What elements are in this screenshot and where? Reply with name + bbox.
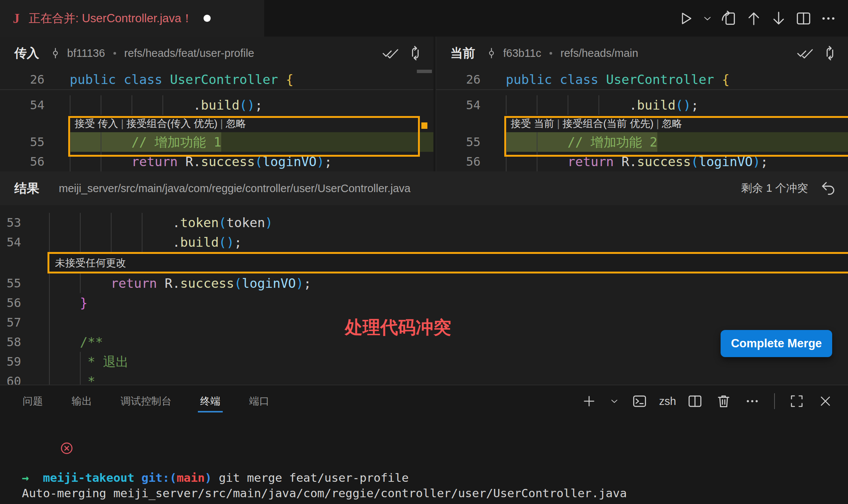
token-method: success [180, 276, 234, 291]
code-line[interactable]: 55// 增加功能 1 [0, 132, 433, 152]
conflict-action-link[interactable]: 接受组合(传入 优先) [127, 118, 217, 129]
terminal-profile-chevron-down-icon[interactable] [608, 391, 621, 411]
conflict-action-link[interactable]: 接受组合(当前 优先) [563, 118, 654, 129]
compare-changes-icon[interactable] [822, 45, 838, 61]
panel-more-ellipsis-icon[interactable] [742, 391, 762, 411]
terminal-prompt-line: → meiji-takeout git:(main) git merge fea… [22, 470, 848, 486]
go-to-file-icon[interactable] [719, 9, 739, 28]
conflict-action-link[interactable]: 接受 传入 [75, 118, 118, 129]
overview-ruler-conflict-marker[interactable] [421, 122, 427, 129]
panel-toolbar: zsh [579, 391, 835, 411]
conflict-action-link[interactable]: 接受 当前 [511, 118, 554, 129]
scrollbar-thumb[interactable] [417, 70, 432, 73]
panel-tabs: 问题输出调试控制台终端端口 [23, 385, 269, 417]
prompt-segment: ) [205, 471, 212, 484]
accept-all-check-all-icon[interactable] [797, 45, 813, 61]
incoming-code-editor[interactable]: 26public class UserController {54.build(… [0, 70, 433, 171]
merge-editor-top: 传入 bf11136 refs/heads/feat/user-profile … [0, 37, 848, 171]
code-line[interactable]: 53.token(token) [0, 213, 848, 232]
toolbar-divider [774, 393, 775, 409]
token-comment: // 增加功能 1 [132, 134, 221, 150]
split-editor-icon[interactable] [794, 9, 813, 28]
accept-all-check-all-icon[interactable] [382, 45, 399, 61]
code-text: * 退出 [49, 352, 129, 371]
code-text: .token(token) [49, 213, 273, 232]
code-line[interactable]: 54.build(); [0, 232, 848, 252]
panel-tab-问题[interactable]: 问题 [23, 385, 43, 417]
previous-change-arrow-up-icon[interactable] [744, 9, 764, 28]
code-line[interactable]: 26public class UserController { [0, 70, 433, 89]
compare-changes-icon[interactable] [407, 45, 424, 61]
token-keyword2: return [132, 154, 185, 169]
maximize-panel-icon[interactable] [787, 391, 807, 411]
token-paren: ) [317, 154, 324, 169]
token-paren: ( [691, 154, 698, 169]
separator-dot [113, 52, 116, 55]
code-line[interactable]: 55return R.success(loginVO); [0, 273, 848, 293]
prompt-segment: git:( [141, 471, 176, 484]
token-plain: ; [304, 276, 311, 291]
conflict-action-bar: 接受 传入 | 接受组合(传入 优先) | 忽略 [0, 115, 433, 132]
token-plain: ; [325, 154, 332, 169]
panel-tab-调试控制台[interactable]: 调试控制台 [121, 385, 171, 417]
code-line[interactable]: 54.build(); [0, 95, 433, 115]
command-failed-error-circle-icon[interactable] [4, 426, 73, 474]
no-changes-accepted-box[interactable]: 未接受任何更改 [47, 252, 848, 273]
token-plain: R [185, 154, 193, 169]
tab-merging-file[interactable]: J 正在合并: UserController.java！ [0, 0, 264, 37]
token-paren: () [239, 98, 255, 113]
unsaved-changes-dot[interactable] [204, 15, 211, 22]
terminal-shell-icon[interactable] [630, 391, 649, 411]
token-plain: . [173, 215, 180, 230]
indent-guides [49, 313, 57, 332]
shell-name-label[interactable]: zsh [659, 395, 676, 408]
next-change-arrow-down-icon[interactable] [769, 9, 788, 28]
conflict-action-link[interactable]: 忽略 [662, 118, 682, 129]
current-code-editor[interactable]: 26public class UserController {54.build(… [436, 70, 848, 171]
code-text: .build(); [70, 95, 263, 115]
line-number: 58 [0, 332, 49, 352]
code-line[interactable]: 54.build(); [436, 95, 848, 115]
run-dropdown-chevron-icon[interactable] [701, 9, 714, 28]
token-plain: ; [691, 98, 698, 113]
indent-guides [506, 95, 629, 115]
complete-merge-button[interactable]: Complete Merge [721, 330, 832, 357]
indent-guides [49, 273, 111, 293]
close-panel-icon[interactable] [816, 391, 835, 411]
code-line[interactable]: 56} [0, 293, 848, 313]
terminal-output-area[interactable]: → meiji-takeout git:(main) git merge fea… [0, 418, 848, 504]
java-file-icon: J [13, 11, 20, 26]
undo-icon[interactable] [819, 180, 837, 197]
split-terminal-icon[interactable] [685, 391, 705, 411]
code-line[interactable]: 60* [0, 371, 848, 385]
action-separator: | [654, 118, 662, 129]
panel-tab-终端[interactable]: 终端 [200, 385, 220, 417]
new-terminal-plus-icon[interactable] [579, 391, 599, 411]
conflict-action-bar: 接受 当前 | 接受组合(当前 优先) | 忽略 [436, 115, 848, 132]
folded-lines-separator [0, 89, 433, 95]
panel-tab-输出[interactable]: 输出 [72, 385, 92, 417]
line-number: 55 [0, 273, 49, 293]
code-line[interactable]: 26public class UserController { [436, 70, 848, 89]
panel-tab-端口[interactable]: 端口 [249, 385, 269, 417]
pane-divider-sash[interactable] [433, 37, 436, 171]
code-line[interactable]: 56return R.success(loginVO); [436, 152, 848, 171]
token-plain: R [621, 154, 629, 169]
vscode-window: J 正在合并: UserController.java！ [0, 0, 848, 504]
tutorial-annotation-text: 处理代码冲突 [345, 316, 451, 339]
result-code-editor[interactable]: 53.token(token)54.build();未接受任何更改55retur… [0, 205, 848, 385]
conflict-action-link[interactable]: 忽略 [226, 118, 246, 129]
more-actions-ellipsis-icon[interactable] [819, 9, 838, 28]
indent-guides [49, 293, 80, 313]
code-text: return R.success(loginVO); [70, 152, 332, 171]
token-method: token [180, 215, 219, 230]
indent-guides [49, 352, 87, 371]
incoming-pane: 传入 bf11136 refs/heads/feat/user-profile … [0, 37, 433, 171]
code-text: .build(); [506, 95, 699, 115]
code-line[interactable]: 55// 增加功能 2 [436, 132, 848, 152]
token-plain: ; [761, 154, 768, 169]
kill-terminal-trash-icon[interactable] [714, 391, 733, 411]
run-button[interactable] [676, 9, 696, 28]
code-line[interactable]: 56return R.success(loginVO); [0, 152, 433, 171]
result-label: 结果 [14, 180, 39, 197]
